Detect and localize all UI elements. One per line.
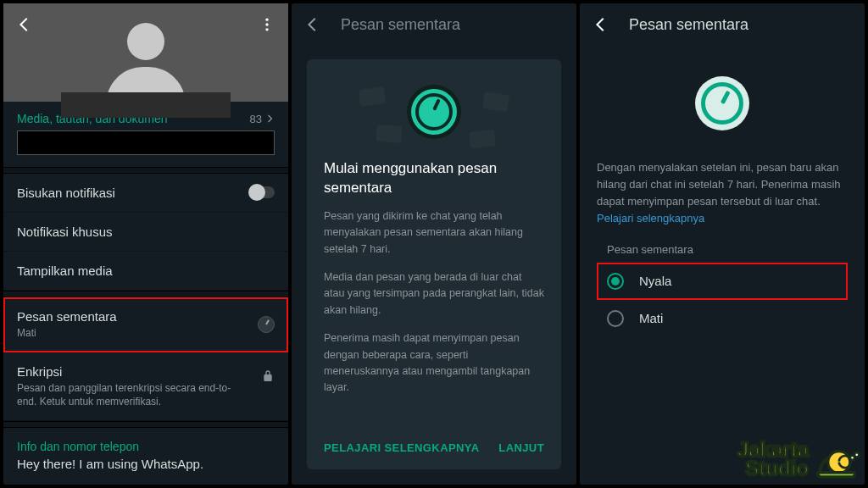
learn-more-link[interactable]: Pelajari selengkapnya <box>597 212 704 225</box>
svg-point-2 <box>265 28 268 30</box>
lock-icon <box>261 369 275 386</box>
modal-hero <box>324 75 544 149</box>
about-text: Hey there! I am using WhatsApp. <box>3 457 288 485</box>
screen-contact-info: Media, tautan, dan dokumen 83 Bisukan no… <box>3 3 288 485</box>
continue-button[interactable]: LANJUT <box>498 441 544 454</box>
modal-heading: Mulai menggunakan pesan sementara <box>324 159 544 198</box>
screen-modal: Pesan sementara Mulai menggunakan pesan … <box>292 3 576 485</box>
encryption-item[interactable]: Enkripsi Pesan dan panggilan terenkripsi… <box>3 352 288 421</box>
custom-notif-item[interactable]: Notifikasi khusus <box>3 213 288 252</box>
description: Dengan menyalakan setelan ini, pesan bar… <box>597 159 848 228</box>
learn-more-button[interactable]: PELAJARI SELENGKAPNYA <box>324 441 479 454</box>
info-section-label: Info dan nomor telepon <box>3 428 288 457</box>
timer-icon <box>695 76 749 130</box>
hero-illustration <box>597 53 848 154</box>
media-count: 83 <box>250 113 275 125</box>
section-divider <box>3 167 288 174</box>
modal-paragraph: Pesan yang dikirim ke chat yang telah me… <box>324 208 544 258</box>
page-title: Pesan sementara <box>341 16 460 34</box>
profile-avatar <box>86 0 205 118</box>
back-icon[interactable] <box>592 15 610 34</box>
section-divider <box>3 421 288 428</box>
more-icon[interactable] <box>258 15 276 34</box>
mute-item[interactable]: Bisukan notifikasi <box>3 174 288 213</box>
modal-paragraph: Media dan pesan yang berada di luar chat… <box>324 269 544 319</box>
page-title: Pesan sementara <box>629 16 748 34</box>
modal-paragraph: Penerima masih dapat menyimpan pesan den… <box>324 330 544 396</box>
timer-icon <box>258 316 275 333</box>
section-divider <box>3 291 288 297</box>
radio-on[interactable]: Nyala <box>597 263 848 300</box>
timer-icon <box>411 89 457 135</box>
show-media-item[interactable]: Tampilkan media <box>3 252 288 291</box>
back-icon[interactable] <box>15 15 34 34</box>
radio-off[interactable]: Mati <box>597 300 848 337</box>
media-thumbnail[interactable] <box>17 130 275 155</box>
screen-disappearing-settings: Pesan sementara Dengan menyalakan setela… <box>580 3 865 485</box>
svg-point-0 <box>265 19 268 21</box>
radio-group-label: Pesan sementara <box>597 243 848 256</box>
mute-switch[interactable] <box>249 186 275 198</box>
disappearing-modal: Mulai menggunakan pesan sementara Pesan … <box>307 59 561 469</box>
disappearing-item[interactable]: Pesan sementara Mati <box>3 297 288 352</box>
back-icon[interactable] <box>303 15 322 34</box>
radio-icon <box>607 310 624 327</box>
svg-point-1 <box>265 23 268 25</box>
profile-header <box>3 3 288 102</box>
radio-icon <box>607 273 624 290</box>
